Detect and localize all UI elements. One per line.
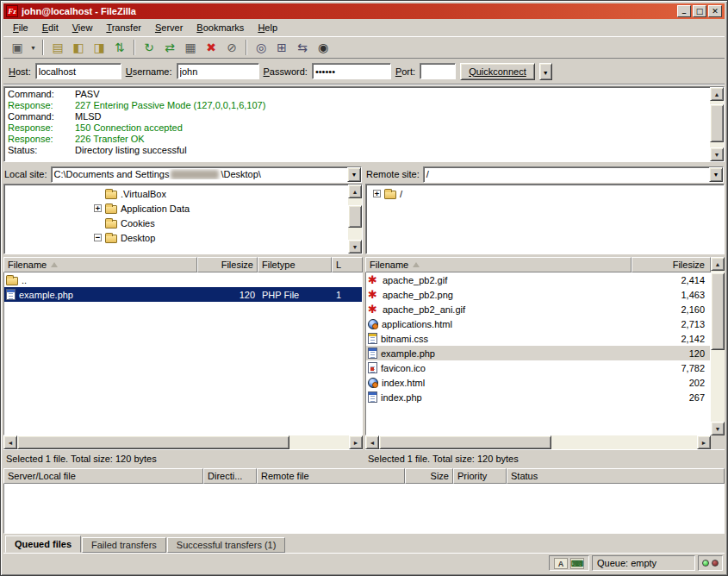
column-lastmodified[interactable]: L [332,257,363,272]
column-filename[interactable]: Filename [365,257,632,272]
column-filetype[interactable]: Filetype [258,257,332,272]
file-row[interactable]: apache_pb2_ani.gif2,160 [366,302,710,316]
scroll-up-icon[interactable] [711,257,725,271]
tree-item[interactable]: Cookies [4,216,348,230]
scroll-left-icon[interactable] [3,435,17,449]
file-row[interactable]: apache_pb2.gif2,414 [366,272,710,287]
scrollbar-thumb[interactable] [17,435,289,449]
tree-item[interactable]: Application Data [4,201,348,216]
scrollbar-thumb[interactable] [711,272,725,350]
log-line: Status:Directory listing successful [8,145,710,156]
site-manager-button[interactable]: ▣ [7,38,28,57]
toggle-remote-tree-button[interactable]: ◨ [89,38,109,57]
titlebar[interactable]: Fz john@localhost - FileZilla [3,3,725,19]
file-row[interactable]: index.php267 [366,390,710,404]
scroll-right-icon[interactable] [349,435,363,449]
toggle-queue-button[interactable]: ⇅ [109,38,130,57]
file-row[interactable]: applications.html2,713 [366,316,710,331]
toggle-local-tree-button[interactable]: ◧ [68,38,89,57]
site-manager-dropdown[interactable] [28,38,39,57]
remote-site-combo[interactable]: / [423,166,724,183]
speed-limit-icon[interactable]: ⌨ [570,558,584,569]
process-queue-button[interactable]: ⇄ [159,38,180,57]
scrollbar-thumb[interactable] [379,435,551,449]
refresh-button[interactable]: ↻ [139,38,159,57]
minimize-button[interactable] [677,5,691,17]
tree-expand-icon[interactable] [373,190,381,197]
tree-item-root[interactable]: / [366,186,724,201]
tree-item[interactable]: .VirtualBox [4,186,348,201]
transfer-type-icon[interactable]: A [554,558,568,569]
toolbar-separator [42,40,44,55]
scroll-right-icon[interactable] [697,435,711,449]
scrollbar-thumb[interactable] [348,205,362,228]
column-status[interactable]: Status [507,468,725,484]
disconnect-button[interactable]: ⊘ [221,38,242,57]
column-priority[interactable]: Priority [453,468,507,484]
toggle-message-log-button[interactable]: ▤ [47,38,68,57]
host-input[interactable] [35,63,121,79]
scroll-up-icon[interactable] [348,185,362,198]
column-filesize[interactable]: Filesize [197,257,258,272]
transfer-queue-list[interactable] [3,484,725,534]
tab-successful-transfers[interactable]: Successful transfers (1) [167,537,286,553]
file-row[interactable]: favicon.ico7,782 [366,360,710,375]
menu-transfer[interactable]: Transfer [100,21,147,34]
scroll-left-icon[interactable] [365,435,379,449]
file-row-parent[interactable]: .. [4,272,362,287]
filter-button[interactable]: ◎ [251,38,271,57]
tab-queued-files[interactable]: Queued files [5,535,81,553]
menu-view[interactable]: View [66,21,99,34]
log-scrollbar[interactable] [710,87,724,161]
column-direction[interactable]: Directi... [203,468,257,484]
quickconnect-button[interactable]: Quickconnect [460,63,535,80]
redacted-username [171,170,219,179]
remote-list-scrollbar[interactable] [711,257,725,435]
file-row[interactable]: index.html202 [366,375,710,390]
folder-icon [105,235,117,243]
tree-collapse-icon[interactable] [94,234,102,241]
menu-server[interactable]: Server [149,21,189,34]
column-size[interactable]: Size [405,468,453,484]
maximize-button[interactable] [693,5,706,17]
column-remote-file[interactable]: Remote file [257,468,405,484]
password-input[interactable] [312,63,391,79]
toolbar-separator [246,40,247,55]
local-site-dropdown[interactable] [347,167,361,182]
username-input[interactable] [177,63,259,79]
find-button[interactable]: ◉ [313,38,333,57]
scroll-down-icon[interactable] [348,240,362,254]
file-row[interactable]: apache_pb2.png1,463 [366,287,710,302]
menu-help[interactable]: Help [252,21,283,34]
tree-expand-icon[interactable] [94,204,102,212]
close-button[interactable] [708,5,722,17]
column-filesize[interactable]: Filesize [632,257,711,272]
tab-failed-transfers[interactable]: Failed transfers [82,537,166,553]
menu-file[interactable]: File [7,21,34,34]
remote-file-list: apache_pb2.gif2,414 apache_pb2.png1,463 … [365,272,711,435]
remote-site-dropdown[interactable] [709,167,723,182]
port-input[interactable] [420,63,456,79]
quickconnect-dropdown[interactable] [539,63,552,80]
menu-edit[interactable]: Edit [36,21,65,34]
column-filename[interactable]: Filename [3,257,197,272]
menu-bookmarks[interactable]: Bookmarks [190,21,250,34]
local-horizontal-scrollbar[interactable] [3,435,363,449]
cancel-button[interactable]: ✖ [201,38,221,57]
scroll-down-icon[interactable] [711,422,725,435]
preview-button[interactable]: ▦ [180,38,201,57]
scroll-down-icon[interactable] [710,147,724,161]
remote-horizontal-scrollbar[interactable] [365,435,711,449]
tree-item[interactable]: Desktop [4,230,348,245]
scroll-up-icon[interactable] [710,87,724,101]
file-row-highlighted[interactable]: example.php120 [366,346,710,360]
scrollbar-thumb[interactable] [710,104,724,142]
local-site-combo[interactable]: C:\Documents and Settings\Desktop\ [51,166,362,183]
file-row[interactable]: bitnami.css2,142 [366,331,710,346]
sync-browse-button[interactable]: ⇆ [292,38,313,57]
column-server-local-file[interactable]: Server/Local file [3,468,203,484]
file-row-selected[interactable]: example.php 120 PHP File 1 [4,287,362,302]
quickconnect-bar: Host: Username: Password: Port: Quickcon… [3,59,725,85]
local-tree-scrollbar[interactable] [348,185,362,254]
compare-button[interactable]: ⊞ [271,38,292,57]
